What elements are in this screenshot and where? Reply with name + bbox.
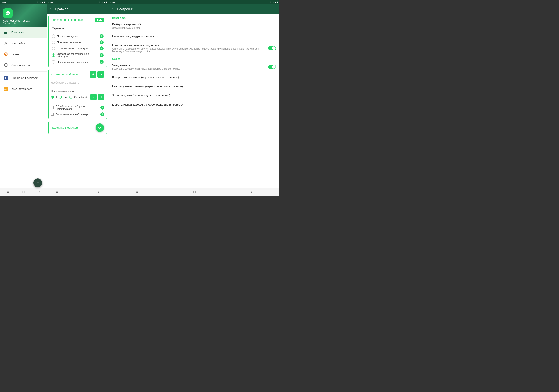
send-btn[interactable] (97, 71, 104, 78)
sidebar-item-tasker-label: Tasker (11, 53, 20, 56)
fab-button[interactable]: + (33, 178, 42, 187)
battery-icon-settings: ▮ (277, 1, 278, 3)
back-nav-btn-rule[interactable]: ‹ (98, 190, 99, 194)
drawer-panel: 01:32 ☾ ⊙ ▲ ▮ WA AutoResponder for WA Ве… (0, 0, 47, 196)
radio-one[interactable] (51, 96, 54, 98)
received-message-input[interactable]: Странник (51, 25, 104, 31)
ignored-contacts-title: Игнорируемые контакты (переопределить в … (112, 85, 276, 88)
sidebar-item-settings-label: Настройки (11, 42, 25, 45)
info-welcome[interactable]: i (100, 60, 103, 64)
menu-nav-btn[interactable]: ≡ (7, 190, 9, 194)
info-dialogflow[interactable]: i (101, 106, 104, 109)
info-pattern[interactable]: i (100, 46, 103, 50)
rule-back-button[interactable]: ← (49, 7, 53, 11)
btn-all[interactable]: ВСЕ (95, 18, 104, 22)
info-expert[interactable]: i (100, 53, 103, 57)
info-full[interactable]: i (100, 34, 103, 38)
rule-content: Полученное сообщение ВСЕ Странник Полное… (47, 14, 109, 187)
sidebar-item-xda[interactable]: xda XDA Developers (0, 83, 47, 94)
settings-item-notifications[interactable]: Уведомления Получайте уведомления, когда… (109, 61, 280, 73)
wifi-icon-settings: ▲ (274, 1, 276, 3)
info-similar[interactable]: i (100, 40, 103, 44)
info-webserver[interactable]: i (101, 112, 104, 116)
sidebar-item-facebook[interactable]: f Like us on Facebook (0, 72, 47, 83)
notifications-title: Уведомления (112, 64, 266, 67)
home-nav-btn[interactable]: □ (23, 190, 25, 194)
radio-expert (52, 53, 55, 57)
info-icon: i (3, 62, 8, 67)
status-time-rule: 01:32 (48, 1, 53, 3)
settings-item-wa-version[interactable]: Выберите версию WA Любой/пользовательски… (109, 20, 280, 32)
settings-item-multiuser[interactable]: Многопользовательская поддержка Отвечайт… (109, 41, 280, 55)
sidebar-item-xda-label: XDA Developers (11, 87, 32, 90)
back-nav-btn[interactable]: ‹ (38, 190, 39, 194)
match-option-similar[interactable]: Похожее совпадение i (51, 39, 104, 45)
checkbox-section: Обрабатывать сообщения с Dialogflow.com … (49, 102, 107, 119)
status-time-drawer: 01:32 (2, 1, 6, 3)
sidebar-item-settings[interactable]: Настройки (0, 38, 47, 49)
settings-item-max-delay[interactable]: Максимальная задержка (переопределить в … (109, 100, 280, 109)
match-option-expert[interactable]: Экспертное сопоставление с образцом i (51, 52, 104, 59)
home-nav-btn-settings[interactable]: □ (194, 190, 196, 194)
sidebar-item-rules-label: Правила (11, 31, 24, 34)
svg-rect-4 (4, 33, 7, 34)
svg-rect-3 (4, 32, 7, 33)
match-option-pattern[interactable]: Сопоставление с образцом i (51, 45, 104, 52)
moon-icon-settings: ☾ (270, 1, 272, 3)
checkbox-webserver[interactable]: Подключите ваш веб-сервер i (51, 111, 104, 117)
specific-contacts-title: Конкретные контакты (переопределить в пр… (112, 75, 276, 79)
settings-panel: 01:32 ☾ ⊙ ▲ ▮ ← Настройки Версия WA Выбе… (109, 0, 280, 196)
status-icons-rule: ☾ ⊙ ▲ ▮ (99, 1, 107, 3)
settings-item-package-name[interactable]: Название индивидуального пакета (109, 32, 280, 41)
minus-button[interactable]: - (90, 94, 96, 100)
radio-full-label: Полное совпадение (57, 35, 98, 37)
menu-nav-btn-settings[interactable]: ≡ (136, 190, 138, 194)
match-option-full[interactable]: Полное совпадение i (51, 33, 104, 39)
notifications-toggle[interactable] (268, 65, 276, 69)
radio-all-label: Все (64, 96, 68, 98)
radio-pattern (52, 47, 55, 50)
sidebar-item-about[interactable]: i О приложении (0, 60, 47, 71)
multiuser-toggle[interactable] (268, 46, 276, 50)
radio-welcome (52, 60, 55, 64)
sidebar-item-rules[interactable]: Правила (0, 27, 47, 38)
delay-confirm-btn[interactable] (96, 124, 104, 132)
fab-icon: + (37, 180, 39, 185)
settings-item-specific-contacts[interactable]: Конкретные контакты (переопределить в пр… (109, 73, 280, 82)
back-nav-btn-settings[interactable]: ‹ (251, 190, 252, 194)
radio-all[interactable] (59, 96, 62, 98)
svg-text:i: i (6, 64, 6, 66)
facebook-icon: f (3, 75, 8, 80)
general-section-title: Общее (109, 55, 280, 61)
response-input[interactable]: Необходимо отправить (49, 80, 107, 88)
home-nav-btn-rule[interactable]: □ (77, 190, 79, 194)
radio-similar-label: Похожее совпадение (57, 41, 98, 44)
bottom-nav-rule: ≡ □ ‹ (47, 187, 109, 196)
location-btn[interactable] (90, 71, 96, 78)
bottom-nav-drawer: ≡ □ ‹ (0, 187, 47, 196)
settings-back-button[interactable]: ← (111, 7, 115, 11)
settings-item-delay-min[interactable]: Задержка, мин (переопределить в правиле) (109, 91, 280, 100)
match-option-welcome[interactable]: Приветственное сообщение i (51, 59, 104, 65)
multiple-answers: Несколько ответов 1 Все Случайный - + (49, 88, 107, 102)
package-name-title: Название индивидуального пакета (112, 35, 276, 38)
multiple-title: Несколько ответов (51, 90, 104, 93)
settings-item-ignored-contacts[interactable]: Игнорируемые контакты (переопределить в … (109, 82, 280, 91)
svg-rect-2 (4, 31, 7, 31)
moon-icon: ☾ (37, 1, 39, 3)
received-message-body: Странник Полное совпадение i Похожее сов… (49, 24, 107, 67)
menu-nav-btn-rule[interactable]: ≡ (56, 190, 58, 194)
radio-random[interactable] (69, 96, 73, 98)
checkbox-dialogflow[interactable]: Обрабатывать сообщения с Dialogflow.com … (51, 104, 104, 111)
status-icons-settings: ☾ ⊙ ▲ ▮ (270, 1, 278, 3)
moon-icon-rule: ☾ (99, 1, 101, 3)
checkbox-dialogflow-label: Обрабатывать сообщения с Dialogflow.com (56, 105, 99, 110)
plus-button[interactable]: + (98, 94, 104, 100)
xda-icon: xda (3, 86, 8, 91)
sidebar-item-tasker[interactable]: Tasker (0, 49, 47, 60)
response-message-header: Ответное сообщение (49, 69, 107, 80)
battery-icon: ▮ (44, 1, 45, 3)
checkbox-webserver-box (51, 113, 54, 116)
received-message-section: Полученное сообщение ВСЕ Странник Полное… (48, 15, 107, 67)
response-message-title: Ответное сообщение (51, 73, 79, 76)
